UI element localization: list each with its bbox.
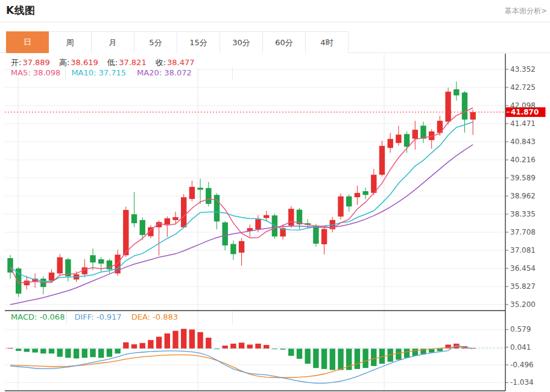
ma20-readout: MA20: 38.072: [137, 68, 192, 77]
tab-15min[interactable]: 15分: [177, 31, 220, 53]
ohlc-readout: 开:37.889高:38.619低:37.821收:38.477: [11, 57, 209, 68]
svg-text:35.200: 35.200: [510, 300, 536, 309]
high-value: 38.619: [71, 58, 98, 67]
macd-row-separator: [66, 311, 67, 324]
tab-30min[interactable]: 30分: [220, 31, 263, 53]
macd-value: MACD: -0.068: [11, 312, 65, 321]
svg-text:43.352: 43.352: [510, 65, 536, 74]
svg-text:35.827: 35.827: [510, 282, 536, 291]
dea-value: DEA: -0.883: [131, 312, 178, 321]
close-label: 收:: [156, 58, 166, 67]
close-value: 38.477: [167, 58, 195, 67]
low-label: 低:: [107, 58, 118, 67]
svg-text:39.589: 39.589: [510, 174, 536, 182]
ma-row-separator-2: [232, 68, 233, 80]
ma5-readout: MA5: 38.098: [11, 68, 60, 77]
ma-lines-layer: [10, 108, 473, 305]
frame-layer: [5, 54, 505, 391]
tab-4hour[interactable]: 4时: [306, 31, 349, 53]
tab-60min[interactable]: 60分: [263, 31, 306, 53]
kline-page: 41.87043.35242.72542.09841.47140.84340.2…: [0, 0, 550, 392]
interval-tabs: 日 周 月 5分 15分 30分 60分 4时: [6, 31, 349, 53]
macd-readout: MACD: -0.068DIFF: -0.917DEA: -0.883: [11, 312, 178, 321]
svg-text:40.843: 40.843: [510, 138, 536, 146]
high-label: 高:: [59, 58, 69, 67]
svg-text:42.725: 42.725: [510, 83, 536, 92]
ma10-readout: MA10: 37.715: [71, 68, 126, 77]
svg-text:-0.496: -0.496: [510, 361, 534, 369]
svg-text:38.335: 38.335: [510, 210, 536, 218]
grid-layer: [5, 54, 505, 391]
svg-text:40.216: 40.216: [510, 156, 536, 164]
diff-value: DIFF: -0.917: [74, 312, 121, 321]
svg-text:42.098: 42.098: [510, 101, 536, 110]
fundamental-analysis-link[interactable]: 基本面分析>: [505, 6, 547, 16]
page-title: K线图: [6, 4, 36, 17]
candlestick-layer: [7, 81, 476, 297]
tab-week[interactable]: 周: [49, 31, 92, 53]
tab-month[interactable]: 月: [92, 31, 134, 53]
svg-text:37.081: 37.081: [510, 246, 536, 254]
svg-text:41.471: 41.471: [510, 119, 536, 128]
svg-text:-1.034: -1.034: [510, 378, 534, 387]
ma-row-separator: [65, 68, 66, 80]
svg-text:38.962: 38.962: [510, 192, 536, 200]
open-value: 37.889: [22, 58, 50, 67]
tab-5min[interactable]: 5分: [134, 31, 177, 53]
ma-readout: MA5: 38.098MA10: 37.715MA20: 38.072: [11, 68, 197, 77]
macd-histogram-layer: [7, 329, 476, 370]
tab-day[interactable]: 日: [6, 31, 49, 53]
low-value: 37.821: [119, 58, 147, 67]
svg-text:0.041: 0.041: [510, 343, 531, 352]
header-divider: [0, 22, 550, 22]
macd-row-separator-2: [232, 311, 233, 324]
svg-text:37.708: 37.708: [510, 228, 536, 236]
svg-text:0.579: 0.579: [510, 325, 531, 334]
svg-text:36.454: 36.454: [510, 264, 536, 273]
open-label: 开:: [11, 58, 21, 67]
